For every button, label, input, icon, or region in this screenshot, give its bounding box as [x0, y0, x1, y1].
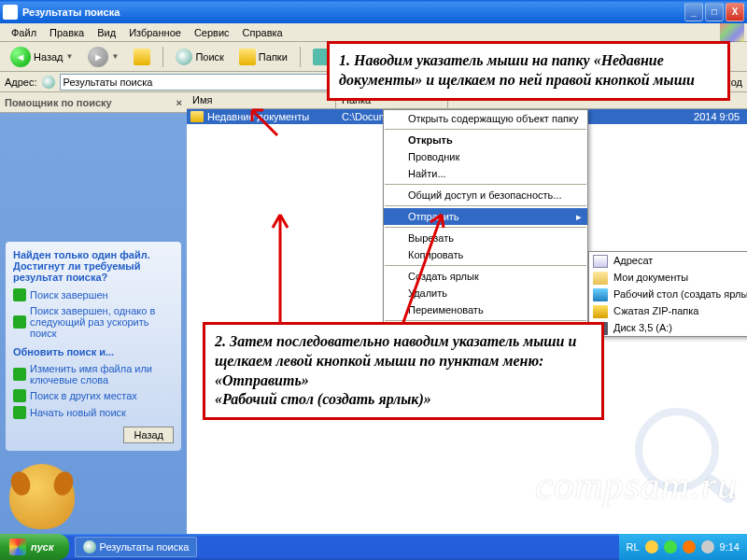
tray-icon[interactable]: [683, 540, 696, 553]
item-date: 2014 9:05: [694, 111, 740, 122]
watermark: compsam.ru: [536, 463, 739, 508]
menu-help[interactable]: Справка: [236, 25, 289, 40]
maximize-button[interactable]: □: [705, 3, 724, 21]
arrow-icon: [13, 368, 26, 381]
separator: [300, 47, 301, 67]
up-button[interactable]: [128, 45, 156, 69]
sidebar-content: Найден только один файл. Достигнут ли тр…: [0, 113, 187, 468]
folders-button[interactable]: Папки: [233, 45, 293, 69]
sub-label: Сжатая ZIP-папка: [613, 305, 698, 316]
taskbar: пуск Результаты поиска RL 9:14: [0, 534, 747, 560]
sub-label: Диск 3,5 (A:): [613, 322, 672, 333]
tray-icon[interactable]: [701, 540, 714, 553]
back-arrow-icon: ◄: [10, 47, 31, 67]
back-dropdown-icon: ▼: [66, 52, 74, 61]
link-label: Начать новый поиск: [30, 407, 126, 418]
tray-icon[interactable]: [664, 540, 677, 553]
search-dog-icon[interactable]: [9, 464, 75, 529]
submenu-arrow-icon: ▸: [576, 211, 582, 223]
menu-view[interactable]: Вид: [91, 25, 122, 40]
minimize-button[interactable]: _: [684, 3, 703, 21]
sub-label: Адресат: [613, 255, 653, 266]
zip-icon: [593, 305, 608, 318]
sub-label: Мои документы: [613, 272, 688, 283]
system-tray: RL 9:14: [619, 534, 747, 560]
folder-up-icon: [134, 49, 150, 65]
link-search-done[interactable]: Поиск завершен: [13, 287, 174, 303]
titlebar: Результаты поиска _ □ X: [0, 0, 747, 23]
red-arrow-icon: [397, 205, 453, 327]
folders-label: Папки: [259, 51, 288, 63]
ctx-find[interactable]: Найти...: [384, 165, 587, 182]
mydocs-icon: [593, 272, 608, 285]
arrow-icon: [13, 288, 26, 301]
link-speed-up[interactable]: Поиск завершен, однако в следующий раз у…: [13, 303, 174, 341]
sendto-submenu: Адресат Мои документы Рабочий стол (созд…: [588, 251, 747, 337]
search-button[interactable]: Поиск: [170, 45, 229, 69]
ctx-open-containing[interactable]: Открыть содержащую объект папку: [384, 110, 587, 127]
ctx-open[interactable]: Открыть: [384, 132, 587, 148]
forward-dropdown-icon: ▼: [111, 52, 119, 61]
sub-desktop[interactable]: Рабочий стол (создать ярлык): [589, 286, 747, 302]
back-button[interactable]: ◄ Назад ▼: [5, 43, 78, 71]
link-label: Поиск завершен, однако в следующий раз у…: [30, 305, 174, 339]
red-arrow-icon: [245, 103, 282, 140]
start-label: пуск: [31, 541, 54, 553]
menu-bar: Файл Правка Вид Избранное Сервис Справка: [0, 23, 747, 42]
windows-logo-icon: [9, 539, 26, 555]
clock[interactable]: 9:14: [720, 541, 740, 553]
desktop-icon: [593, 288, 608, 301]
task-label: Результаты поиска: [100, 541, 190, 553]
folders-icon: [239, 49, 256, 65]
forward-arrow-icon: ►: [88, 47, 108, 67]
menu-favorites[interactable]: Избранное: [122, 25, 188, 40]
taskbar-item[interactable]: Результаты поиска: [75, 537, 198, 557]
search-icon: [176, 49, 192, 65]
link-label: Поиск в других местах: [30, 390, 137, 401]
ctx-security[interactable]: Общий доступ и безопасность...: [384, 187, 587, 203]
sub-label: Рабочий стол (создать ярлык): [613, 288, 747, 300]
sidebar-title: Помощник по поиску: [5, 97, 112, 108]
language-indicator[interactable]: RL: [627, 541, 640, 553]
arrow-icon: [13, 389, 26, 402]
sub-mydocs[interactable]: Мои документы: [589, 269, 747, 286]
sidebar-close-icon[interactable]: ×: [176, 97, 182, 108]
address-label: Адрес:: [5, 77, 37, 88]
menu-file[interactable]: Файл: [5, 25, 43, 40]
search-result-panel: Найден только один файл. Достигнут ли тр…: [6, 242, 181, 451]
sub-addressee[interactable]: Адресат: [589, 252, 747, 269]
separator: [162, 47, 163, 67]
arrow-icon: [13, 406, 26, 419]
mail-icon: [593, 255, 608, 268]
sidebar: Помощник по поиску × Найден только один …: [0, 92, 187, 534]
annotation-1: 1. Наводим указатель мыши на папку «Неда…: [327, 41, 730, 101]
arrow-icon: [13, 315, 26, 329]
back-label: Назад: [34, 51, 63, 63]
panel-title: Найден только один файл. Достигнут ли тр…: [13, 249, 174, 283]
link-label: Поиск завершен: [30, 289, 108, 301]
panel-title-2: Обновить поиск и...: [13, 346, 174, 357]
forward-button[interactable]: ► ▼: [82, 43, 124, 71]
windows-logo-icon: [720, 23, 744, 42]
sub-floppy[interactable]: Диск 3,5 (A:): [589, 319, 747, 336]
start-button[interactable]: пуск: [0, 534, 69, 560]
main-area: Помощник по поиску × Найден только один …: [0, 92, 747, 534]
annotation-2: 2. Затем последовательно наводим указате…: [203, 322, 604, 420]
search-label: Поиск: [195, 51, 223, 63]
menu-edit[interactable]: Правка: [43, 25, 91, 40]
red-arrow-icon: [261, 205, 308, 327]
address-icon: [42, 76, 55, 89]
sub-zip[interactable]: Сжатая ZIP-папка: [589, 302, 747, 319]
tray-icon[interactable]: [645, 540, 658, 553]
close-button[interactable]: X: [726, 3, 744, 21]
link-change-name[interactable]: Изменить имя файла или ключевые слова: [13, 361, 174, 387]
folder-icon: [190, 111, 204, 122]
window-icon: [3, 5, 18, 20]
menu-tools[interactable]: Сервис: [188, 25, 236, 40]
sidebar-header: Помощник по поиску ×: [0, 92, 187, 113]
link-other-places[interactable]: Поиск в других местах: [13, 387, 174, 404]
window-title: Результаты поиска: [22, 7, 683, 18]
ctx-explorer[interactable]: Проводник: [384, 148, 587, 165]
sidebar-back-button[interactable]: Назад: [123, 427, 174, 443]
link-new-search[interactable]: Начать новый поиск: [13, 404, 174, 421]
